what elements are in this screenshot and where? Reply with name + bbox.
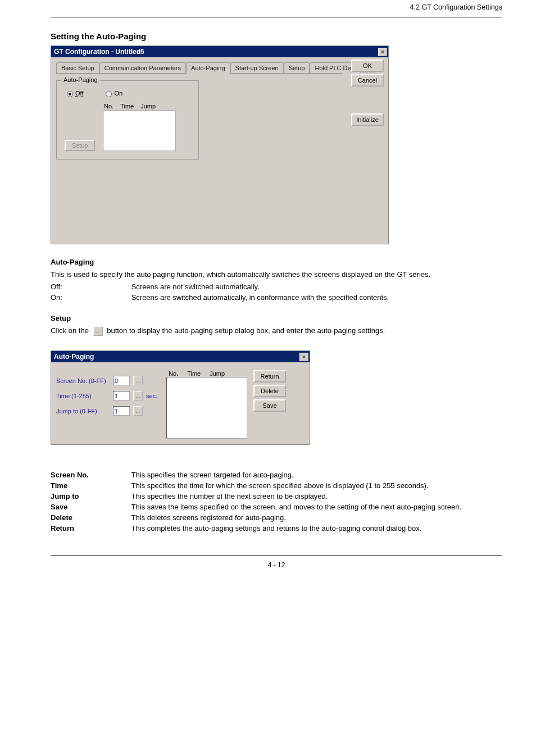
radio-on-icon: [106, 91, 112, 97]
radio-on-label: On: [114, 90, 122, 97]
off-desc: Screens are not switched automatically.: [131, 283, 469, 291]
titlebar: GT Configuration - Untitled5 ×: [51, 46, 388, 57]
col-time: Time: [120, 103, 134, 110]
jump-key: Jump to: [51, 492, 79, 500]
tab-setup[interactable]: Setup: [284, 62, 310, 73]
screen-no-ellipsis-button[interactable]: ...: [133, 376, 143, 385]
screen-no-val: This specifies the screen targeted for a…: [131, 471, 469, 479]
return-val: This completes the auto-paging settings …: [131, 524, 469, 532]
paging-listbox[interactable]: [103, 111, 176, 151]
ok-button[interactable]: OK: [351, 60, 384, 72]
cancel-button[interactable]: Cancel: [351, 74, 384, 86]
time-ellipsis-button[interactable]: ...: [133, 391, 143, 400]
col-jump: Jump: [140, 103, 156, 110]
radio-off-icon: [67, 91, 73, 97]
delete-key: Delete: [51, 513, 72, 522]
time-key: Time: [51, 481, 67, 490]
ellipsis-icon: ...: [93, 326, 103, 336]
return-key: Return: [51, 524, 74, 532]
tab-startup-screen[interactable]: Start-up Screen: [230, 62, 284, 73]
setup-button-disabled: Setup: [65, 140, 95, 151]
save-val: This saves the items specified on the sc…: [131, 503, 469, 511]
on-label: On:: [51, 293, 129, 302]
radio-off-label: Off: [75, 90, 83, 97]
window-title: GT Configuration - Untitled5: [54, 48, 144, 56]
footer-divider: [51, 555, 502, 555]
time-label: Time (1-255): [56, 393, 110, 399]
tab-auto-paging[interactable]: Auto-Paging: [186, 62, 230, 74]
auto-paging-dialog: Auto-Paging × Screen No. (0-FF) 0 ... Ti…: [51, 350, 310, 445]
fields-description: Screen No. This specifies the screen tar…: [51, 471, 502, 532]
radio-off[interactable]: Off: [67, 90, 83, 97]
tab-comm-params[interactable]: Communication Parameters: [99, 62, 186, 73]
col2-no: No.: [169, 370, 178, 377]
save-key: Save: [51, 503, 67, 511]
jump-ellipsis-button[interactable]: ...: [133, 406, 143, 416]
setup-desc-post: button to display the auto-paging setup …: [107, 326, 385, 335]
initialize-button[interactable]: Initialize: [351, 113, 384, 126]
screen-no-input[interactable]: 0: [113, 376, 130, 385]
ap-label: Auto-Paging: [51, 258, 94, 266]
close-icon[interactable]: ×: [378, 48, 387, 56]
time-input[interactable]: 1: [113, 391, 130, 400]
jump-label: Jump to (0-FF): [56, 408, 110, 415]
page-header-right: 4.2 GT Configuration Settings: [51, 3, 502, 11]
dialog2-title: Auto-Paging: [54, 353, 94, 361]
auto-paging-listbox[interactable]: [166, 377, 247, 439]
delete-button[interactable]: Delete: [253, 385, 286, 397]
time-unit: sec.: [146, 393, 157, 399]
screen-no-label: Screen No. (0-FF): [56, 377, 110, 384]
setup-desc-pre: Click on the: [51, 326, 89, 335]
off-label: Off:: [51, 283, 129, 291]
close-icon-2[interactable]: ×: [299, 353, 308, 361]
titlebar-2: Auto-Paging ×: [51, 351, 310, 362]
jump-input[interactable]: 1: [113, 406, 130, 416]
delete-val: This deletes screens registered for auto…: [131, 513, 469, 522]
ap-desc: This is used to specify the auto paging …: [51, 270, 455, 280]
on-desc: Screens are switched automatically, in c…: [131, 293, 469, 302]
header-divider: [51, 17, 502, 17]
setup-desc: Click on the ... button to display the a…: [51, 326, 455, 336]
gt-config-window: GT Configuration - Untitled5 × OK Cancel…: [51, 45, 389, 244]
setup-label: Setup: [51, 314, 71, 322]
col-no: No.: [104, 103, 113, 110]
groupbox-legend: Auto-Paging: [61, 76, 100, 83]
save-button[interactable]: Save: [253, 399, 286, 412]
screen-no-key: Screen No.: [51, 471, 89, 479]
section-heading: Setting the Auto-Paging: [51, 31, 502, 41]
return-button[interactable]: Return: [253, 370, 286, 382]
col2-time: Time: [187, 370, 201, 377]
time-val: This specifies the time for which the sc…: [131, 481, 469, 490]
page-number: 4 - 12: [51, 561, 502, 569]
jump-val: This specifies the number of the next sc…: [131, 492, 469, 500]
auto-paging-groupbox: Auto-Paging Off On Setup No. Time Jump: [56, 80, 199, 160]
tab-basic-setup[interactable]: Basic Setup: [56, 62, 99, 73]
radio-on[interactable]: On: [106, 90, 122, 97]
auto-paging-description: Auto-Paging This is used to specify the …: [51, 258, 502, 336]
tabstrip: Basic Setup Communication Parameters Aut…: [56, 62, 343, 74]
col2-jump: Jump: [210, 370, 225, 377]
